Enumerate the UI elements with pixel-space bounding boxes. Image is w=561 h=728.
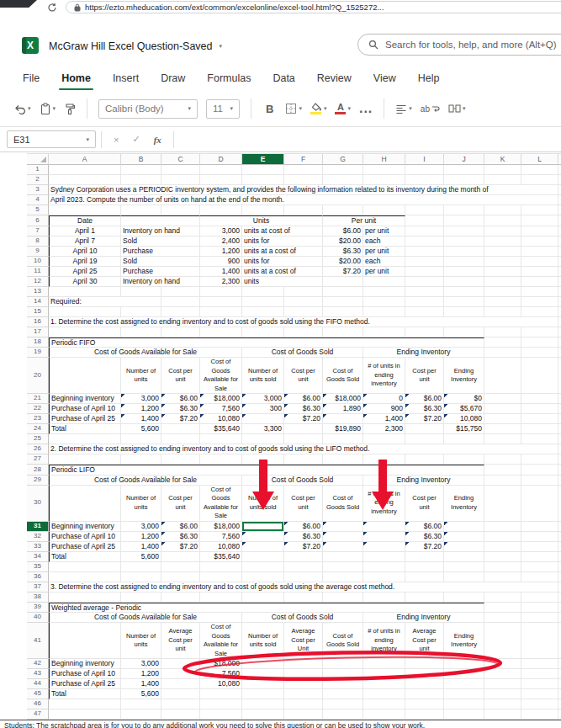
cell-I12[interactable] [405,277,444,287]
cell-G46[interactable] [323,699,363,709]
row-header-25[interactable]: 25 [27,434,49,444]
cell-H20[interactable]: # of units in ending inventory [363,358,405,394]
cell-E19[interactable]: Cost of Goods Sold [242,348,363,358]
cell-H35[interactable] [363,562,405,572]
row-header-15[interactable]: 15 [27,307,49,317]
cell-I13[interactable] [405,287,444,297]
cell-E21[interactable]: 3,000 [242,394,284,404]
cell-D34[interactable]: $35,640 [200,552,242,562]
cell-B38[interactable] [121,592,161,603]
cell-F14[interactable] [284,297,323,307]
col-header-A[interactable]: A [49,153,121,165]
cell-F41[interactable]: Average Cost per Unit [284,623,323,659]
row-header-24[interactable]: 24 [27,424,49,434]
cell-E44[interactable] [242,679,284,689]
cell-J42[interactable] [444,659,484,669]
cell-G41[interactable]: Cost of Goods Sold [323,623,363,659]
cell-I7[interactable] [405,226,444,236]
cell-K31[interactable] [484,522,521,532]
row-header-40[interactable]: 40 [27,613,49,623]
cell-A5[interactable] [49,205,121,215]
cell-D46[interactable] [200,699,242,709]
row-header-16[interactable]: 16 [27,317,49,327]
cell-D25[interactable] [200,434,242,444]
row-header-42[interactable]: 42 [27,659,49,669]
cell-A9[interactable]: April 10 [49,247,121,257]
cell-A37[interactable]: 3. Determine the cost assigned to ending… [49,582,558,592]
row-header-4[interactable]: 4 [27,195,49,205]
cell-I27[interactable] [405,454,444,465]
tab-home[interactable]: Home [61,72,91,84]
cell-H10[interactable]: each [363,257,405,267]
borders-button[interactable]: ▾ [285,103,302,114]
cell-A22[interactable]: Purchase of April 10 [49,404,121,414]
cell-B30[interactable]: Number of units [121,486,161,522]
cell-A23[interactable]: Purchase of April 25 [49,414,121,424]
cell-J34[interactable] [444,552,484,562]
cell-H33[interactable] [363,542,405,552]
cell-H47[interactable] [363,709,405,720]
cell-B20[interactable]: Number of units [121,358,161,394]
cell-J35[interactable] [444,562,484,572]
row-header-37[interactable]: 37 [27,582,49,592]
cell-L11[interactable] [521,267,558,277]
cell-D8[interactable]: 2,400 [200,236,242,247]
cell-K41[interactable] [484,623,521,659]
cell-K40[interactable] [484,613,521,623]
cell-J31[interactable] [444,522,484,532]
cell-L22[interactable] [521,404,558,414]
cell-L43[interactable] [521,669,558,679]
cell-I21[interactable]: $6.00 [405,394,444,404]
cell-L9[interactable] [521,247,558,257]
cell-J32[interactable] [444,532,484,542]
cell-K27[interactable] [484,454,521,465]
undo-button[interactable]: ▾ [13,104,31,114]
font-color-button[interactable]: A▾ [335,103,351,114]
row-header-13[interactable]: 13 [27,287,49,297]
row-header-18[interactable]: 18 [27,337,49,348]
cell-H27[interactable] [363,454,405,465]
cell-B46[interactable] [121,699,161,709]
cell-I11[interactable] [405,267,444,277]
cell-D30[interactable]: Cost of Goods Available for Sale [200,486,242,522]
row-header-31[interactable]: 31 [27,522,49,532]
row-header-28[interactable]: 28 [27,465,49,476]
cell-K10[interactable] [484,257,521,267]
cell-C44[interactable] [161,679,200,689]
cell-H36[interactable] [363,572,405,582]
cell-H1[interactable] [363,165,405,175]
cell-K29[interactable] [484,476,521,486]
cell-C21[interactable]: $6.00 [161,394,200,404]
cell-B32[interactable]: 1,200 [121,532,161,542]
cell-J15[interactable] [444,307,484,317]
cell-B15[interactable] [121,307,161,317]
row-header-5[interactable]: 5 [27,205,49,215]
cell-A6[interactable]: Date [49,215,121,226]
cell-F22[interactable]: $6.30 [284,404,323,414]
cell-D14[interactable] [200,297,242,307]
cell-C45[interactable] [161,689,200,699]
cell-A12[interactable]: April 30 [49,277,121,287]
cell-I30[interactable]: Cost per unit [405,486,444,522]
cell-K6[interactable] [484,215,521,226]
cell-C14[interactable] [161,297,200,307]
cell-L35[interactable] [521,562,558,572]
cell-L12[interactable] [521,277,558,287]
cell-G23[interactable] [323,414,363,424]
cell-D33[interactable]: 10,080 [200,542,242,552]
cell-E22[interactable]: 300 [242,404,284,414]
cell-A19[interactable]: Cost of Goods Available for Sale [49,348,242,358]
cell-D21[interactable]: $18,000 [200,394,242,404]
tab-insert[interactable]: Insert [113,72,139,84]
row-header-36[interactable]: 36 [27,572,49,582]
cell-G15[interactable] [323,307,363,317]
cell-J13[interactable] [444,287,484,297]
cell-E34[interactable] [242,552,284,562]
cell-E14[interactable] [242,297,284,307]
cell-G34[interactable] [323,552,363,562]
cell-H45[interactable] [363,689,405,699]
cell-L29[interactable] [521,476,558,486]
cell-L20[interactable] [521,358,558,394]
cell-I9[interactable] [405,247,444,257]
cell-H31[interactable] [363,522,405,532]
